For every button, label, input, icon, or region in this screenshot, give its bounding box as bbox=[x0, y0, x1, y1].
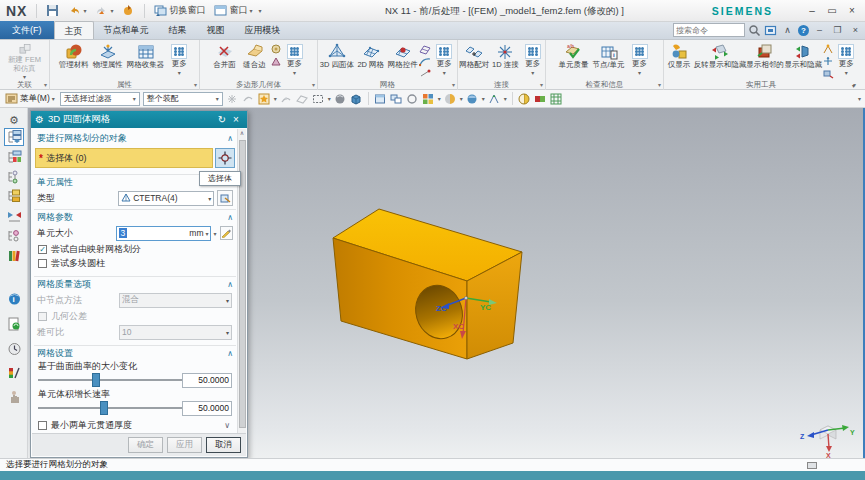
show-only-button[interactable]: 仅显示 bbox=[664, 42, 694, 80]
show-wcs-icon[interactable] bbox=[822, 44, 834, 55]
tab-view[interactable]: 视图 bbox=[197, 21, 235, 39]
check-info-more-button[interactable]: 更多 ▾ bbox=[627, 42, 653, 80]
undo-button[interactable]: ▾ bbox=[65, 2, 89, 20]
save-button[interactable] bbox=[43, 2, 62, 20]
window-layout-icon[interactable] bbox=[422, 92, 435, 105]
rectangle-select-dropdown[interactable]: ▾ bbox=[328, 95, 331, 102]
render-style-dropdown[interactable]: ▾ bbox=[460, 95, 463, 102]
assembly-navigator-tab[interactable] bbox=[4, 168, 24, 186]
snap-point-icon[interactable] bbox=[258, 92, 271, 105]
tab-home[interactable]: 主页 bbox=[54, 21, 94, 39]
constraint-navigator-tab[interactable] bbox=[4, 207, 24, 225]
show-adjacent-button[interactable]: 显示相邻的 bbox=[746, 42, 784, 80]
snap-point-dropdown[interactable]: ▾ bbox=[274, 95, 277, 102]
checkbox-checked-icon[interactable]: ✓ bbox=[38, 245, 47, 254]
tab-file[interactable]: 文件(F) bbox=[0, 21, 54, 39]
section-quality-header[interactable]: 网格质量选项∧ bbox=[34, 276, 236, 291]
utilities-more-button[interactable]: 更多 ▾ bbox=[834, 42, 858, 80]
collapse-chevron-icon[interactable]: ∧ bbox=[227, 349, 233, 358]
simulation-navigator-tab[interactable] bbox=[4, 128, 24, 146]
window-layout-dropdown[interactable]: ▾ bbox=[438, 95, 441, 102]
close-button[interactable]: × bbox=[843, 3, 861, 19]
menu-button[interactable]: 菜单(M)▾ bbox=[3, 92, 57, 105]
refresh-view-icon[interactable] bbox=[406, 92, 419, 105]
history-tab[interactable] bbox=[4, 340, 24, 358]
minimize-ribbon-button[interactable]: ∧ bbox=[780, 23, 795, 37]
point-on-face-icon[interactable] bbox=[296, 92, 309, 105]
new-window-icon[interactable] bbox=[374, 92, 387, 105]
clip-section-icon[interactable] bbox=[518, 92, 531, 105]
collapse-chevron-icon[interactable]: ∧ bbox=[227, 280, 233, 289]
physical-properties-button[interactable]: 物理属性 bbox=[91, 42, 125, 80]
select-body-button[interactable] bbox=[215, 148, 235, 168]
growth-slider-thumb[interactable] bbox=[100, 401, 108, 415]
display-mode-dropdown[interactable]: ▾ bbox=[482, 95, 485, 102]
section-objects-header[interactable]: 要进行网格划分的对象∧ bbox=[34, 128, 236, 146]
ribbon-overflow-arrow[interactable]: ▾ bbox=[852, 82, 855, 89]
cancel-button[interactable]: 取消 bbox=[206, 437, 241, 453]
select-body-field[interactable]: * 选择体 (0) bbox=[35, 148, 213, 168]
highlight-related-icon[interactable] bbox=[226, 92, 239, 105]
command-search[interactable] bbox=[673, 23, 745, 37]
curvature-slider[interactable] bbox=[38, 379, 182, 381]
point-on-curve-icon[interactable] bbox=[280, 92, 293, 105]
formula-button[interactable] bbox=[220, 226, 233, 240]
rectangle-select-icon[interactable] bbox=[312, 92, 325, 105]
dialog-options-icon[interactable]: ⚙ bbox=[35, 114, 44, 125]
size-options-dropdown[interactable]: ▾ bbox=[213, 230, 216, 237]
doc-restore-button[interactable]: ❐ bbox=[830, 23, 845, 37]
scroll-more-chevron-icon[interactable]: ∨ bbox=[224, 421, 232, 430]
tab-application[interactable]: 应用模块 bbox=[235, 21, 291, 39]
object-display-icon[interactable] bbox=[822, 68, 834, 79]
tab-results[interactable]: 结果 bbox=[159, 21, 197, 39]
solid-body-icon[interactable] bbox=[350, 92, 363, 105]
touch-mode-tab[interactable] bbox=[4, 388, 24, 406]
dialog-close-icon[interactable]: × bbox=[229, 114, 243, 125]
view-orient-dropdown[interactable]: ▾ bbox=[504, 95, 507, 102]
mesh-point-icon[interactable] bbox=[419, 68, 431, 79]
show-and-hide-button[interactable]: 显示和隐藏 bbox=[784, 42, 822, 80]
manage-materials-button[interactable]: 管理材料 bbox=[57, 42, 91, 80]
element-quality-button[interactable]: a/b 单元质量 bbox=[556, 42, 590, 80]
post-processing-navigator-tab[interactable] bbox=[4, 148, 24, 166]
section-settings-header[interactable]: 网格设置∧ bbox=[34, 345, 236, 360]
edit-section-icon[interactable] bbox=[534, 92, 547, 105]
doc-minimize-button[interactable]: – bbox=[812, 23, 827, 37]
performance-monitor-icon[interactable] bbox=[807, 462, 817, 469]
hd3d-tools-tab[interactable] bbox=[4, 315, 24, 333]
shaded-display-icon[interactable] bbox=[334, 92, 347, 105]
maximize-button[interactable]: ▭ bbox=[823, 3, 841, 19]
tab-nodes-elements[interactable]: 节点和单元 bbox=[94, 21, 159, 39]
curvature-value-field[interactable]: 50.0000 bbox=[182, 373, 232, 388]
edit-mesh-collector-button[interactable] bbox=[217, 190, 233, 206]
window-menu-button[interactable]: 窗口 ▾ bbox=[211, 2, 255, 20]
redo-button[interactable]: ▾ bbox=[92, 2, 116, 20]
collapse-chevron-icon[interactable]: ∧ bbox=[227, 134, 233, 143]
mesh-more-button[interactable]: 更多 ▾ bbox=[431, 42, 457, 80]
selection-filter-dropdown[interactable]: 无选择过滤器▾ bbox=[60, 92, 140, 106]
help-icon[interactable]: ? bbox=[798, 25, 809, 36]
polygon-repair-icon[interactable] bbox=[270, 44, 282, 55]
mesh-2d-button[interactable]: 2D 网格 bbox=[356, 42, 386, 80]
invert-shown-hidden-button[interactable]: 反转显示和隐藏 bbox=[694, 42, 746, 80]
checkbox-icon[interactable] bbox=[38, 421, 47, 430]
connections-more-button[interactable]: 更多 ▾ bbox=[520, 42, 545, 80]
fullscreen-icon[interactable] bbox=[764, 24, 777, 37]
resource-bar-options-icon[interactable]: ⚙ bbox=[4, 111, 24, 129]
mesh-control-button[interactable]: 网格控件 bbox=[386, 42, 420, 80]
growth-value-field[interactable]: 50.0000 bbox=[182, 401, 232, 416]
element-type-dropdown[interactable]: CTETRA(4) ▾ bbox=[118, 191, 214, 206]
free-mapped-checkbox-row[interactable]: ✓ 尝试自由映射网格划分 bbox=[34, 243, 236, 256]
search-icon[interactable] bbox=[748, 24, 761, 37]
mesh-edge-icon[interactable] bbox=[419, 56, 431, 67]
qat-overflow-button[interactable]: ▾ bbox=[259, 7, 262, 14]
connection-navigator-tab[interactable] bbox=[4, 227, 24, 245]
min-thickness-checkbox-row[interactable]: 最小两单元贯通厚度 ∨ bbox=[34, 419, 236, 432]
display-mode-icon[interactable] bbox=[466, 92, 479, 105]
view-orient-icon[interactable] bbox=[488, 92, 501, 105]
geometry-tolerance-checkbox-row[interactable]: 几何公差 bbox=[34, 310, 236, 323]
toolbar-overflow-arrow[interactable]: ▾ bbox=[858, 95, 861, 102]
switch-window-button[interactable]: 切换窗口 bbox=[151, 2, 208, 20]
reuse-library-tab[interactable] bbox=[4, 247, 24, 265]
collapse-chevron-icon[interactable]: ∧ bbox=[227, 213, 233, 222]
